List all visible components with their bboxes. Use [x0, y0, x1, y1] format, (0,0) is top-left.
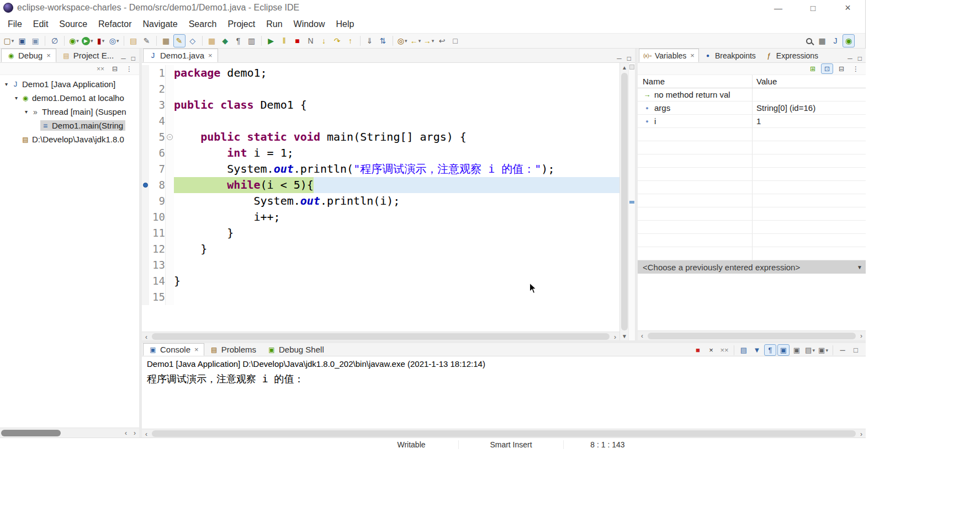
breakpoint-icon[interactable] [143, 183, 148, 188]
new-class-icon[interactable]: ◆ [219, 34, 231, 47]
view-menu-icon[interactable]: ⋮ [850, 63, 862, 74]
show-whitespace-icon[interactable]: ¶ [232, 34, 245, 47]
dropdown-arrow-icon[interactable]: ▾ [825, 348, 828, 353]
show-on-output-icon[interactable]: ▣ [777, 344, 790, 356]
tab-expressions[interactable]: ƒExpressions [760, 49, 823, 62]
minimize-view-icon[interactable]: ─ [121, 55, 126, 62]
disconnect-icon[interactable]: N [305, 34, 317, 47]
scroll-right-icon[interactable]: › [857, 331, 866, 341]
menu-project[interactable]: Project [222, 17, 261, 31]
save-icon[interactable]: ▣ [16, 34, 28, 47]
new-java-project-icon[interactable]: ▦ [160, 34, 172, 47]
suspend-icon[interactable]: ‖ [278, 34, 290, 47]
scroll-thumb[interactable] [648, 333, 856, 339]
minimize-icon[interactable]: ─ [836, 344, 849, 356]
step-return-icon[interactable]: ↑ [345, 34, 357, 47]
dropdown-arrow-icon[interactable]: ▾ [91, 38, 93, 44]
dropdown-arrow-icon[interactable]: ▾ [102, 38, 105, 44]
search-icon[interactable] [803, 34, 815, 47]
tab-debug-shell[interactable]: ▣Debug Shell [262, 343, 330, 356]
open-console-icon[interactable]: ▣▾ [817, 344, 829, 356]
minimize-view-icon[interactable]: ─ [847, 55, 852, 62]
block-selection-icon[interactable]: ▥ [246, 34, 258, 47]
step-over-icon[interactable]: ↷ [331, 34, 343, 47]
variables-hscrollbar[interactable]: ‹ › [638, 330, 866, 340]
minimize-window-icon[interactable]: — [761, 0, 796, 15]
pin-console-icon[interactable]: ▣ [791, 344, 803, 356]
show-logical-structures-icon[interactable]: ⊡ [821, 63, 833, 74]
java-perspective-icon[interactable]: J [829, 34, 841, 47]
scroll-left-icon[interactable]: ‹ [121, 428, 130, 438]
external-tools-icon[interactable]: ◎▾ [108, 34, 120, 47]
menu-file[interactable]: File [2, 17, 28, 31]
word-wrap-icon[interactable]: ¶ [764, 344, 776, 356]
scroll-left-icon[interactable]: ‹ [638, 331, 647, 341]
dropdown-arrow-icon[interactable]: ▾ [432, 38, 435, 44]
terminate-icon[interactable]: ■ [692, 344, 704, 356]
maximize-window-icon[interactable]: □ [796, 0, 830, 15]
maximize-view-icon[interactable]: □ [131, 55, 135, 62]
scroll-down-icon[interactable]: ▼ [620, 332, 629, 340]
dropdown-arrow-icon[interactable]: ▾ [76, 38, 79, 44]
minimize-view-icon[interactable]: ─ [617, 55, 622, 62]
menu-search[interactable]: Search [183, 17, 223, 31]
expand-arrow-icon[interactable]: ▾ [2, 81, 10, 87]
remove-launch-icon[interactable]: × [705, 344, 717, 356]
step-into-icon[interactable]: ↓ [318, 34, 330, 47]
remove-all-terminated-icon[interactable]: ×× [94, 63, 107, 74]
use-step-filters-icon[interactable]: ⇅ [377, 34, 389, 47]
debug-perspective-icon[interactable]: ◉ [843, 34, 855, 47]
forward-icon[interactable]: →▾ [423, 34, 435, 47]
editor-hscrollbar[interactable]: ‹ › [142, 332, 619, 340]
variable-row[interactable]: ●i1 [638, 115, 866, 128]
menu-window[interactable]: Window [288, 17, 331, 31]
open-perspective-icon[interactable]: ▦ [816, 34, 828, 47]
tree-item[interactable]: ▾»Thread [main] (Suspen [0, 105, 139, 119]
menu-navigate[interactable]: Navigate [137, 17, 183, 31]
collapse-all-icon[interactable]: ⊟ [835, 63, 847, 74]
current-line-marker[interactable] [629, 201, 634, 204]
coverage-icon[interactable]: ▮▾ [95, 34, 107, 47]
show-type-names-icon[interactable]: ⊞ [807, 63, 819, 74]
column-value[interactable]: Value [753, 75, 866, 88]
expression-combo[interactable]: <Choose a previously entered expression>… [638, 260, 866, 274]
dropdown-arrow-icon[interactable]: ▾ [812, 348, 815, 353]
dropdown-arrow-icon[interactable]: ▾ [419, 38, 421, 44]
new-package-icon[interactable]: ▦ [206, 34, 218, 47]
display-console-icon[interactable]: ▤▾ [804, 344, 816, 356]
dropdown-arrow-icon[interactable]: ▾ [405, 38, 407, 44]
clear-console-icon[interactable]: ▤ [738, 344, 750, 356]
debug-hscrollbar[interactable]: ‹ › [0, 428, 139, 437]
menu-source[interactable]: Source [54, 17, 93, 31]
tab-project-e-[interactable]: ▤Project E... [56, 49, 119, 62]
remove-all-launches-icon[interactable]: ×× [718, 344, 730, 356]
menu-edit[interactable]: Edit [28, 17, 54, 31]
menu-refactor[interactable]: Refactor [93, 17, 137, 31]
scroll-thumb[interactable] [1, 430, 61, 436]
skip-all-breakpoints-icon[interactable]: ∅ [49, 34, 61, 47]
column-name[interactable]: Name [638, 75, 753, 88]
debug-icon[interactable]: ◉▾ [68, 34, 80, 47]
maximize-icon[interactable]: □ [850, 344, 862, 356]
scroll-left-icon[interactable]: ‹ [142, 332, 151, 340]
dropdown-arrow-icon[interactable]: ▾ [116, 38, 119, 44]
variable-row[interactable]: ●argsString[0] (id=16) [638, 102, 866, 115]
new-icon[interactable]: ▢▾ [3, 34, 15, 47]
maximize-view-icon[interactable]: □ [627, 55, 631, 62]
chevron-down-icon[interactable]: ▼ [855, 261, 865, 273]
console-hscrollbar[interactable]: ‹ › [142, 429, 866, 437]
menu-run[interactable]: Run [261, 17, 288, 31]
scroll-thumb[interactable] [152, 430, 856, 437]
drop-to-frame-icon[interactable]: ⇓ [364, 34, 376, 47]
tab-breakpoints[interactable]: ●Breakpoints [699, 49, 760, 62]
tab-debug[interactable]: ◉Debug× [1, 49, 56, 62]
console-body[interactable]: Demo1 [Java Application] D:\Develop\Java… [142, 356, 866, 429]
dropdown-arrow-icon[interactable]: ▾ [12, 38, 14, 44]
scroll-thumb[interactable] [621, 73, 628, 330]
collapse-all-icon[interactable]: ⊟ [109, 63, 121, 74]
variable-row[interactable]: →no method return val [638, 88, 866, 102]
back-icon[interactable]: ←▾ [410, 34, 422, 47]
scroll-right-icon[interactable]: › [611, 332, 619, 340]
close-tab-icon[interactable]: × [194, 345, 199, 354]
run-icon[interactable]: ▶▾ [81, 34, 94, 47]
